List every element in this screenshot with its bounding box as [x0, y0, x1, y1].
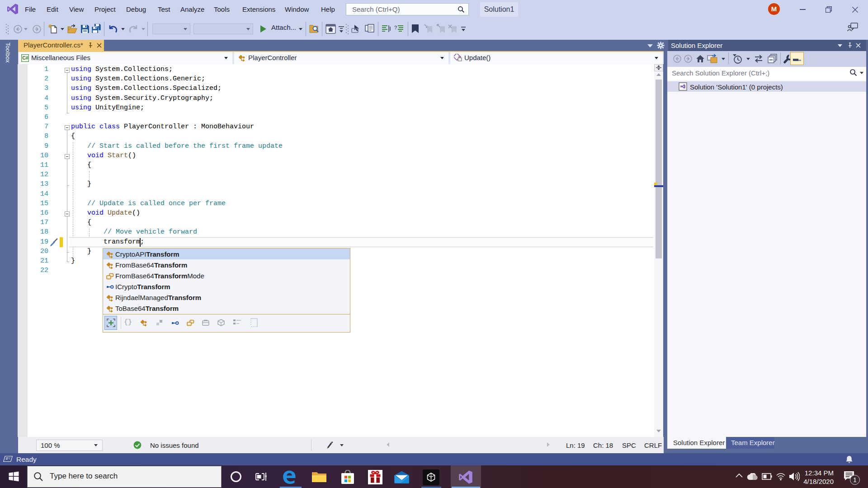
svg-text:C#: C#	[22, 55, 28, 61]
svg-text:?: ?	[394, 25, 397, 30]
